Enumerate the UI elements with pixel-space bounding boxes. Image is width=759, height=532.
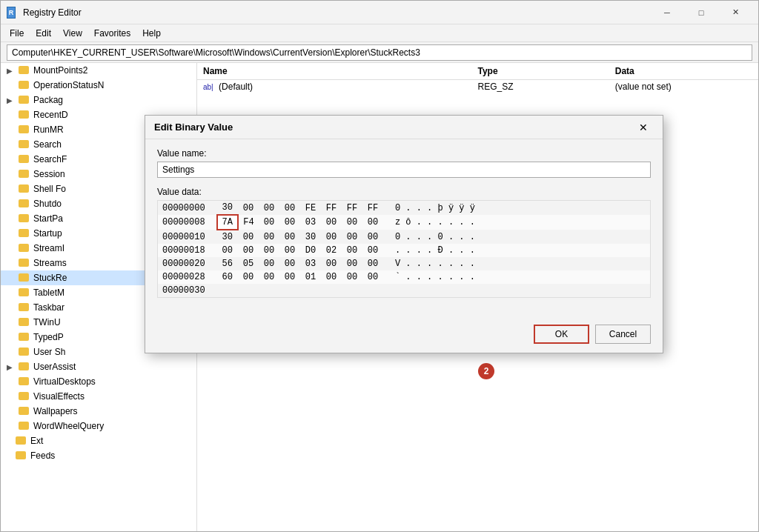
hex-cell[interactable]: 30 <box>300 230 321 244</box>
hex-cell[interactable]: 00 <box>342 257 362 270</box>
hex-cell[interactable]: FF <box>321 201 342 216</box>
hex-cell[interactable] <box>342 284 362 298</box>
hex-cell[interactable]: 00 <box>342 244 362 257</box>
hex-cell[interactable]: 00 <box>362 244 383 257</box>
hex-cell[interactable]: 00 <box>279 257 300 270</box>
cancel-button[interactable]: Cancel <box>595 325 651 344</box>
hex-cell[interactable] <box>362 284 383 298</box>
hex-cell[interactable] <box>217 284 238 298</box>
hex-cell[interactable]: 00 <box>279 270 300 284</box>
tree-item-packag[interactable]: ▶ Packag <box>1 93 196 107</box>
right-panel-header: Name Type Data <box>197 63 758 80</box>
hex-cell[interactable] <box>279 284 300 298</box>
hex-cell[interactable]: 00 <box>217 244 238 257</box>
tree-item-virtualdesktops[interactable]: VirtualDesktops <box>1 374 196 389</box>
tree-item-userassist[interactable]: ▶ UserAssist <box>1 359 196 374</box>
ok-button[interactable]: OK <box>534 325 589 344</box>
address-input[interactable] <box>7 44 752 61</box>
hex-cell[interactable]: 05 <box>238 257 259 270</box>
hex-cell[interactable]: 00 <box>259 230 279 244</box>
row-addr: 00000028 <box>158 270 217 284</box>
title-bar: R Registry Editor ─ □ ✕ <box>1 1 758 24</box>
hex-cell[interactable]: 00 <box>259 215 279 230</box>
row-addr: 00000000 <box>158 201 217 216</box>
row-addr: 00000010 <box>158 230 217 244</box>
chevron-icon: ▶ <box>7 67 19 75</box>
hex-cell[interactable]: 01 <box>300 270 321 284</box>
hex-cell[interactable]: FF <box>342 201 362 216</box>
minimize-button[interactable]: ─ <box>650 1 684 24</box>
hex-cell[interactable]: 00 <box>279 244 300 257</box>
hex-cell[interactable]: 03 <box>300 257 321 270</box>
ascii-cell: ` . . . . . . . <box>383 270 651 284</box>
hex-cell[interactable]: 00 <box>362 230 383 244</box>
hex-cell[interactable]: 00 <box>342 230 362 244</box>
hex-cell[interactable]: 30 <box>217 230 238 244</box>
hex-cell[interactable]: 60 <box>217 270 238 284</box>
row-data: (value not set) <box>615 82 752 92</box>
row-addr: 00000020 <box>158 257 217 270</box>
hex-cell[interactable]: 03 <box>300 215 321 230</box>
dialog-close-button[interactable]: ✕ <box>633 117 654 138</box>
menu-favorites[interactable]: Favorites <box>88 27 136 40</box>
close-button[interactable]: ✕ <box>718 1 752 24</box>
hex-cell[interactable]: 00 <box>279 201 300 216</box>
ascii-cell <box>383 284 651 298</box>
row-addr: 00000018 <box>158 244 217 257</box>
hex-cell[interactable]: 00 <box>321 215 342 230</box>
ascii-cell: V . . . . . . . <box>383 257 651 270</box>
chevron-icon: ▶ <box>7 363 19 371</box>
hex-cell[interactable]: 00 <box>279 230 300 244</box>
menu-view[interactable]: View <box>57 27 88 40</box>
tree-item-feeds[interactable]: Feeds <box>1 448 196 463</box>
hex-cell[interactable]: 00 <box>342 215 362 230</box>
hex-cell-highlighted[interactable]: 7A <box>217 215 238 230</box>
hex-cell[interactable]: 00 <box>259 201 279 216</box>
tree-item-wordwheelquery[interactable]: WordWheelQuery <box>1 419 196 433</box>
table-row: 00000000 30 00 00 00 FE FF FF FF 0 . . .… <box>158 201 651 216</box>
menu-help[interactable]: Help <box>136 27 167 40</box>
hex-cell[interactable]: 56 <box>217 257 238 270</box>
hex-cell[interactable]: 00 <box>238 244 259 257</box>
annotation-circle-2: 2 <box>478 363 494 379</box>
hex-cell[interactable] <box>300 284 321 298</box>
window-controls: ─ □ ✕ <box>650 1 752 24</box>
tree-item-operationstatus[interactable]: OperationStatusN <box>1 78 196 93</box>
hex-cell[interactable]: 00 <box>279 215 300 230</box>
hex-cell[interactable] <box>321 284 342 298</box>
hex-cell[interactable]: 00 <box>321 230 342 244</box>
hex-cell[interactable]: 30 <box>217 201 238 216</box>
hex-cell[interactable]: FF <box>362 201 383 216</box>
hex-cell[interactable]: 00 <box>321 270 342 284</box>
hex-cell[interactable]: 00 <box>259 244 279 257</box>
hex-cell[interactable]: 00 <box>238 270 259 284</box>
col-header-type: Type <box>478 66 615 76</box>
hex-cell[interactable]: 00 <box>238 201 259 216</box>
hex-cell[interactable]: 00 <box>362 215 383 230</box>
tree-item-ext[interactable]: Ext <box>1 433 196 448</box>
hex-cell[interactable] <box>238 284 259 298</box>
hex-cell[interactable]: 00 <box>342 270 362 284</box>
hex-cell[interactable]: 00 <box>259 257 279 270</box>
hex-cell[interactable]: 00 <box>362 270 383 284</box>
hex-cell[interactable]: FE <box>300 201 321 216</box>
hex-cell[interactable]: 00 <box>259 270 279 284</box>
table-row[interactable]: ab| (Default) REG_SZ (value not set) <box>197 80 758 93</box>
hex-cell[interactable]: 00 <box>321 257 342 270</box>
value-name-input[interactable] <box>157 162 651 178</box>
col-header-data: Data <box>615 66 752 76</box>
hex-cell[interactable]: D0 <box>300 244 321 257</box>
tree-item-wallpapers[interactable]: Wallpapers <box>1 404 196 419</box>
hex-cell[interactable]: 02 <box>321 244 342 257</box>
hex-cell[interactable] <box>259 284 279 298</box>
tree-item-mountpoints2[interactable]: ▶ MountPoints2 <box>1 63 196 78</box>
menu-file[interactable]: File <box>4 27 30 40</box>
hex-cell[interactable]: F4 <box>238 215 259 230</box>
dialog-footer: OK Cancel <box>145 319 663 353</box>
hex-cell[interactable]: 00 <box>362 257 383 270</box>
table-row: 00000018 00 00 00 00 D0 02 00 00 . . . .… <box>158 244 651 257</box>
maximize-button[interactable]: □ <box>684 1 718 24</box>
hex-cell[interactable]: 00 <box>238 230 259 244</box>
menu-edit[interactable]: Edit <box>30 27 57 40</box>
tree-item-visualeffects[interactable]: VisualEffects <box>1 389 196 404</box>
